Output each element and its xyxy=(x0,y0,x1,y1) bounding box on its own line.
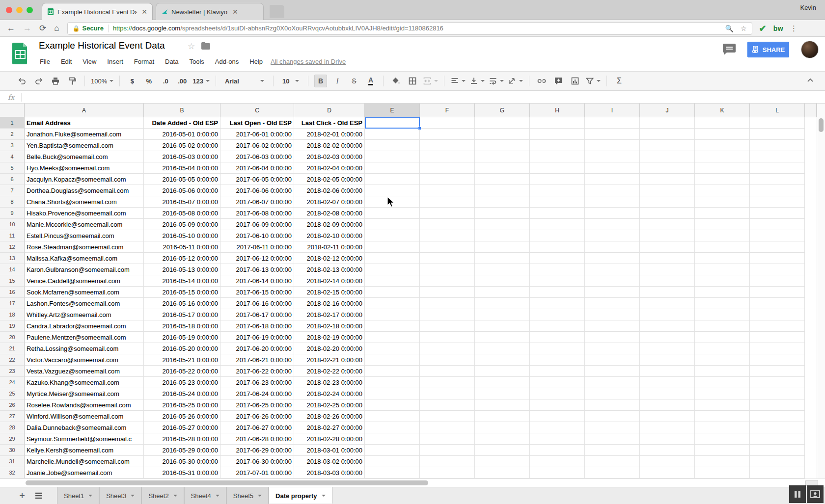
cell-B27[interactable]: 2016-05-26 0:00:00 xyxy=(144,411,220,422)
cell-C3[interactable]: 2017-06-02 0:00:00 xyxy=(220,140,294,151)
cell-J6[interactable] xyxy=(640,174,695,185)
cell-E5[interactable] xyxy=(365,162,420,174)
cell-H21[interactable] xyxy=(530,343,585,354)
cell-G32[interactable] xyxy=(475,467,530,478)
cell-C2[interactable]: 2017-06-01 0:00:00 xyxy=(220,129,294,140)
cell-A12[interactable]: Rose.Steadman@someemail.com xyxy=(25,241,144,253)
cell-G7[interactable] xyxy=(475,185,530,196)
cell-C27[interactable]: 2017-06-26 0:00:00 xyxy=(220,411,294,422)
cell-F30[interactable] xyxy=(420,445,475,456)
cell-C15[interactable]: 2017-06-14 0:00:00 xyxy=(220,275,294,287)
paint-format-button[interactable] xyxy=(66,75,79,87)
cell-F25[interactable] xyxy=(420,388,475,399)
cell-A28[interactable]: Dalia.Dunneback@someemail.com xyxy=(25,422,144,433)
cell-D20[interactable]: 2018-02-19 0:00:00 xyxy=(294,332,365,343)
functions-button[interactable]: Σ xyxy=(613,75,626,87)
column-header-f[interactable]: F xyxy=(420,104,475,117)
cell-H26[interactable] xyxy=(530,399,585,411)
cell-K10[interactable] xyxy=(695,219,750,230)
cell-I18[interactable] xyxy=(585,309,640,320)
cell-F27[interactable] xyxy=(420,411,475,422)
cell-C28[interactable]: 2017-06-27 0:00:00 xyxy=(220,422,294,433)
cell-C8[interactable]: 2017-06-07 0:00:00 xyxy=(220,196,294,208)
cell-C32[interactable]: 2017-07-01 0:00:00 xyxy=(220,467,294,478)
cell-K17[interactable] xyxy=(695,298,750,309)
cell-A20[interactable]: Paulene.Mentzer@someemail.com xyxy=(25,332,144,343)
row-header-26[interactable]: 26 xyxy=(0,399,25,411)
cell-H6[interactable] xyxy=(530,174,585,185)
cell-G1[interactable] xyxy=(475,117,530,129)
cell-A32[interactable]: Joanie.Jobe@someemail.com xyxy=(25,467,144,478)
cell-F23[interactable] xyxy=(420,366,475,377)
minimize-window-button[interactable] xyxy=(16,7,23,13)
cell-F21[interactable] xyxy=(420,343,475,354)
browser-tab-klaviyo[interactable]: Newsletter | Klaviyo ✕ xyxy=(156,3,263,20)
cell-A31[interactable]: Marchelle.Mundell@someemail.com xyxy=(25,456,144,467)
zoom-page-icon[interactable]: 🔍 xyxy=(725,25,734,32)
cell-L2[interactable] xyxy=(750,129,805,140)
cell-L20[interactable] xyxy=(750,332,805,343)
cell-B28[interactable]: 2016-05-27 0:00:00 xyxy=(144,422,220,433)
cell-J21[interactable] xyxy=(640,343,695,354)
cell-C10[interactable]: 2017-06-09 0:00:00 xyxy=(220,219,294,230)
strikethrough-button[interactable]: S xyxy=(348,75,360,87)
cell-I6[interactable] xyxy=(585,174,640,185)
cell-H7[interactable] xyxy=(530,185,585,196)
cell-A29[interactable]: Seymour.Sommerfield@someemail.c xyxy=(25,433,144,445)
column-header-i[interactable]: I xyxy=(585,104,640,117)
cell-A26[interactable]: Roselee.Rowlands@someemail.com xyxy=(25,399,144,411)
sheet-tab-menu-icon[interactable] xyxy=(88,495,92,497)
cell-A4[interactable]: Belle.Buck@someemail.com xyxy=(25,151,144,162)
row-header-30[interactable]: 30 xyxy=(0,445,25,456)
cell-J22[interactable] xyxy=(640,354,695,366)
all-sheets-icon[interactable] xyxy=(30,487,47,504)
cell-J27[interactable] xyxy=(640,411,695,422)
menu-view[interactable]: View xyxy=(77,56,102,67)
column-header-e[interactable]: E xyxy=(365,104,420,117)
cell-F16[interactable] xyxy=(420,287,475,298)
cell-L23[interactable] xyxy=(750,366,805,377)
cell-J30[interactable] xyxy=(640,445,695,456)
cell-L17[interactable] xyxy=(750,298,805,309)
cell-J24[interactable] xyxy=(640,377,695,388)
cell-G4[interactable] xyxy=(475,151,530,162)
sheet-tab-sheet5[interactable]: Sheet5 xyxy=(226,487,269,504)
cell-F1[interactable] xyxy=(420,117,475,129)
cell-J7[interactable] xyxy=(640,185,695,196)
cell-G12[interactable] xyxy=(475,241,530,253)
cell-I9[interactable] xyxy=(585,208,640,219)
column-header-l[interactable]: L xyxy=(750,104,805,117)
row-header-8[interactable]: 8 xyxy=(0,196,25,208)
row-header-11[interactable]: 11 xyxy=(0,230,25,241)
cell-H5[interactable] xyxy=(530,162,585,174)
cell-L7[interactable] xyxy=(750,185,805,196)
column-header-g[interactable]: G xyxy=(475,104,530,117)
cell-J16[interactable] xyxy=(640,287,695,298)
cell-H17[interactable] xyxy=(530,298,585,309)
cell-I3[interactable] xyxy=(585,140,640,151)
cell-K16[interactable] xyxy=(695,287,750,298)
cell-D22[interactable]: 2018-02-21 0:00:00 xyxy=(294,354,365,366)
cell-K22[interactable] xyxy=(695,354,750,366)
sheet-tab-menu-icon[interactable] xyxy=(173,495,177,497)
menu-insert[interactable]: Insert xyxy=(102,56,129,67)
undo-button[interactable] xyxy=(16,75,28,87)
share-button[interactable]: SHARE xyxy=(747,42,789,57)
cell-E22[interactable] xyxy=(365,354,420,366)
cell-D26[interactable]: 2018-02-25 0:00:00 xyxy=(294,399,365,411)
cell-K28[interactable] xyxy=(695,422,750,433)
cell-K18[interactable] xyxy=(695,309,750,320)
cell-J26[interactable] xyxy=(640,399,695,411)
filter-button[interactable] xyxy=(585,75,601,87)
row-header-13[interactable]: 13 xyxy=(0,253,25,264)
cell-B30[interactable]: 2016-05-29 0:00:00 xyxy=(144,445,220,456)
cell-G30[interactable] xyxy=(475,445,530,456)
cell-C22[interactable]: 2017-06-21 0:00:00 xyxy=(220,354,294,366)
cell-I24[interactable] xyxy=(585,377,640,388)
cell-D8[interactable]: 2018-02-07 0:00:00 xyxy=(294,196,365,208)
cell-A27[interactable]: Winford.Willison@someemail.com xyxy=(25,411,144,422)
sheet-tab-sheet2[interactable]: Sheet2 xyxy=(141,487,184,504)
cell-K30[interactable] xyxy=(695,445,750,456)
cell-J15[interactable] xyxy=(640,275,695,287)
cell-F32[interactable] xyxy=(420,467,475,478)
